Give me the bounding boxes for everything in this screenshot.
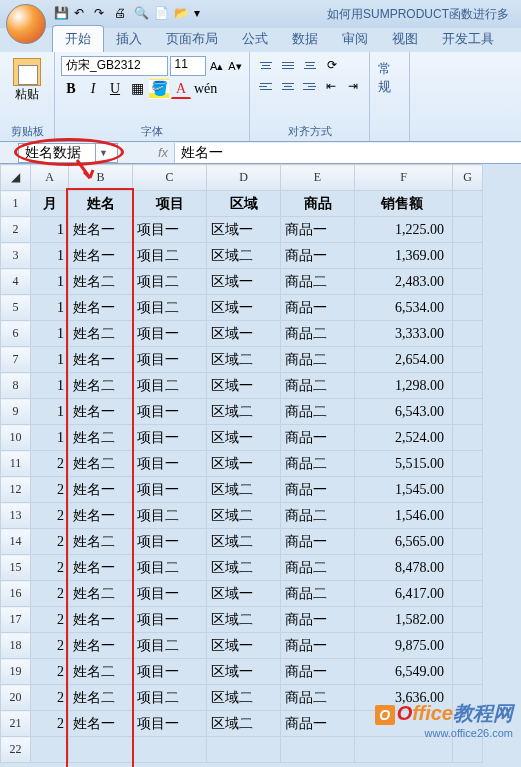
cell[interactable]: 2,483.00 <box>355 269 453 295</box>
cell[interactable]: 项目一 <box>133 399 207 425</box>
cell[interactable]: 2 <box>31 555 69 581</box>
cell[interactable] <box>355 737 453 763</box>
row-header[interactable]: 21 <box>1 711 31 737</box>
cell[interactable] <box>453 321 483 347</box>
italic-button[interactable]: I <box>83 79 103 99</box>
cell[interactable]: 1 <box>31 217 69 243</box>
col-header-a[interactable]: A <box>31 165 69 191</box>
align-middle-icon[interactable] <box>278 56 298 74</box>
cell[interactable]: 商品二 <box>281 555 355 581</box>
cell[interactable]: 商品二 <box>281 685 355 711</box>
cell[interactable]: 商品一 <box>281 529 355 555</box>
cell[interactable] <box>453 529 483 555</box>
cell[interactable] <box>453 607 483 633</box>
cell[interactable]: 销售额 <box>355 191 453 217</box>
cell[interactable]: 6,534.00 <box>355 295 453 321</box>
fx-icon[interactable]: fx <box>158 145 168 160</box>
row-header[interactable]: 9 <box>1 399 31 425</box>
name-box-dropdown-icon[interactable]: ▼ <box>95 143 111 163</box>
cell[interactable] <box>453 373 483 399</box>
row-header[interactable]: 3 <box>1 243 31 269</box>
tab-home[interactable]: 开始 <box>52 25 104 52</box>
cell[interactable]: 商品一 <box>281 711 355 737</box>
row-header[interactable]: 7 <box>1 347 31 373</box>
cell[interactable]: 项目二 <box>133 373 207 399</box>
name-box[interactable]: 姓名数据 ▼ <box>18 143 118 163</box>
cell[interactable]: 商品二 <box>281 347 355 373</box>
cell[interactable]: 姓名一 <box>69 607 133 633</box>
cell[interactable]: 姓名一 <box>69 347 133 373</box>
cell[interactable]: 1 <box>31 295 69 321</box>
tab-review[interactable]: 审阅 <box>330 26 380 52</box>
tab-view[interactable]: 视图 <box>380 26 430 52</box>
cell[interactable]: 姓名二 <box>69 659 133 685</box>
cell[interactable] <box>133 737 207 763</box>
row-header[interactable]: 14 <box>1 529 31 555</box>
cell[interactable]: 6,543.00 <box>355 399 453 425</box>
cell[interactable]: 姓名二 <box>69 425 133 451</box>
cell[interactable]: 姓名二 <box>69 451 133 477</box>
orientation-icon[interactable]: ⟳ <box>322 56 342 74</box>
tab-dev[interactable]: 开发工具 <box>430 26 506 52</box>
cell[interactable]: 区域一 <box>207 295 281 321</box>
cell[interactable] <box>453 633 483 659</box>
tab-insert[interactable]: 插入 <box>104 26 154 52</box>
font-name-select[interactable]: 仿宋_GB2312 <box>61 56 168 76</box>
cell[interactable]: 姓名一 <box>69 295 133 321</box>
cell[interactable]: 区域一 <box>207 321 281 347</box>
row-header[interactable]: 22 <box>1 737 31 763</box>
cell[interactable]: 姓名一 <box>69 711 133 737</box>
cell[interactable]: 项目一 <box>133 451 207 477</box>
cell[interactable]: 1 <box>31 425 69 451</box>
cell[interactable]: 区域二 <box>207 399 281 425</box>
cell[interactable]: 姓名一 <box>69 633 133 659</box>
cell[interactable]: 1 <box>31 347 69 373</box>
cell[interactable]: 2 <box>31 451 69 477</box>
cell[interactable]: 2 <box>31 685 69 711</box>
cell[interactable]: 商品二 <box>281 373 355 399</box>
row-header[interactable]: 20 <box>1 685 31 711</box>
cell[interactable]: 姓名二 <box>69 373 133 399</box>
cell[interactable]: 姓名一 <box>69 217 133 243</box>
cell[interactable]: 1 <box>31 243 69 269</box>
cell[interactable]: 区域二 <box>207 243 281 269</box>
cell[interactable]: 1,546.00 <box>355 503 453 529</box>
cell[interactable]: 2 <box>31 659 69 685</box>
cell[interactable] <box>453 295 483 321</box>
cell[interactable]: 商品二 <box>281 321 355 347</box>
cell[interactable]: 姓名二 <box>69 529 133 555</box>
cell[interactable]: 商品二 <box>281 503 355 529</box>
cell[interactable]: 项目一 <box>133 581 207 607</box>
cell[interactable]: 项目一 <box>133 425 207 451</box>
cell[interactable]: 姓名二 <box>69 321 133 347</box>
cells-table[interactable]: ◢ A B C D E F G 1 月 姓名 项目 区域 商品 销售额 2 1 … <box>0 164 483 763</box>
col-header-c[interactable]: C <box>133 165 207 191</box>
cell[interactable]: 8,478.00 <box>355 555 453 581</box>
cell[interactable]: 1,225.00 <box>355 217 453 243</box>
cell[interactable]: 商品二 <box>281 581 355 607</box>
row-header[interactable]: 11 <box>1 451 31 477</box>
row-header[interactable]: 4 <box>1 269 31 295</box>
tab-formulas[interactable]: 公式 <box>230 26 280 52</box>
tab-layout[interactable]: 页面布局 <box>154 26 230 52</box>
cell[interactable]: 商品二 <box>281 269 355 295</box>
row-header[interactable]: 10 <box>1 425 31 451</box>
row-header[interactable]: 1 <box>1 191 31 217</box>
office-button[interactable] <box>6 4 46 44</box>
cell[interactable]: 项目一 <box>133 659 207 685</box>
cell[interactable]: 1,582.00 <box>355 607 453 633</box>
cell[interactable]: 1 <box>31 269 69 295</box>
cell[interactable]: 姓名二 <box>69 269 133 295</box>
tab-data[interactable]: 数据 <box>280 26 330 52</box>
cell[interactable]: 1 <box>31 399 69 425</box>
cell[interactable]: 1,369.00 <box>355 243 453 269</box>
col-header-f[interactable]: F <box>355 165 453 191</box>
col-header-b[interactable]: B <box>69 165 133 191</box>
cell[interactable]: 区域一 <box>207 581 281 607</box>
cell[interactable]: 区域一 <box>207 217 281 243</box>
cell[interactable]: 商品一 <box>281 477 355 503</box>
cell[interactable]: 区域一 <box>207 425 281 451</box>
row-header[interactable]: 2 <box>1 217 31 243</box>
cell[interactable]: 1,545.00 <box>355 477 453 503</box>
cell[interactable] <box>453 399 483 425</box>
